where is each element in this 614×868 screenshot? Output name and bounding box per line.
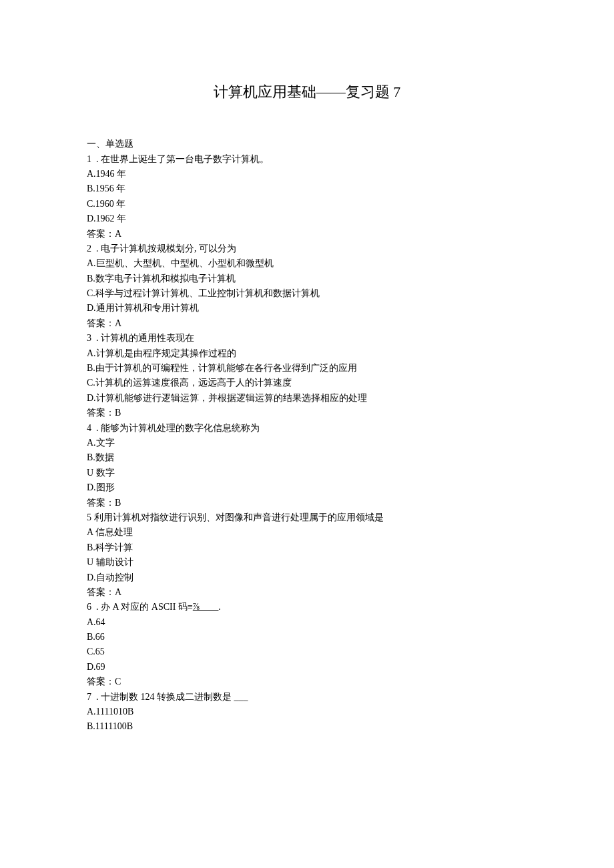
option-c: U 数字 (87, 466, 527, 480)
question-stem: 1 . 在世界上诞生了第一台电子数字计算机。 (87, 152, 527, 167)
answer: 答案：B (87, 406, 527, 420)
page-title: 计算机应用基础——复习题 7 (87, 80, 527, 103)
option-a: A.计算机是由程序规定其操作过程的 (87, 346, 527, 361)
question-stem: 3 . 计算机的通用性表现在 (87, 331, 527, 346)
blank-underline: ⅞____ (193, 602, 219, 612)
option-c: C.计算机的运算速度很高，远远高于人的计算速度 (87, 376, 527, 390)
question-4: 4 . 能够为计算机处理的数字化信息统称为 A.文字 B.数据 U 数字 D.图… (87, 421, 527, 510)
option-d: D.计算机能够进行逻辑运算，并根据逻辑运算的结果选择相应的处理 (87, 391, 527, 406)
option-b: B.科学计算 (87, 540, 527, 555)
option-d: D.1962 年 (87, 211, 527, 226)
option-b: B.数字电子计算机和模拟电子计算机 (87, 272, 527, 286)
question-stem: 5 利用计算机对指纹进行识别、对图像和声音进行处理属于的应用领域是 (87, 510, 527, 525)
option-a: A.1946 年 (87, 167, 527, 181)
option-b: B.数据 (87, 450, 527, 465)
question-3: 3 . 计算机的通用性表现在 A.计算机是由程序规定其操作过程的 B.由于计算机… (87, 331, 527, 420)
option-b: B.66 (87, 630, 527, 644)
question-5: 5 利用计算机对指纹进行识别、对图像和声音进行处理属于的应用领域是 A 信息处理… (87, 510, 527, 600)
option-d: D.69 (87, 660, 527, 675)
option-d: D.通用计算机和专用计算机 (87, 301, 527, 316)
question-7: 7 . 十进制数 124 转换成二进制数是 ___ A.1111010B B.1… (87, 690, 527, 735)
option-d: D.自动控制 (87, 570, 527, 585)
option-b: B.由于计算机的可编程性，计算机能够在各行各业得到广泛的应用 (87, 361, 527, 376)
option-a: A.巨型机、大型机、中型机、小型机和微型机 (87, 256, 527, 271)
question-stem: 2 . 电子计算机按规模划分, 可以分为 (87, 242, 527, 256)
option-b: B.1956 年 (87, 181, 527, 196)
answer: 答案：B (87, 496, 527, 510)
option-c: C.65 (87, 644, 527, 659)
option-c: C.1960 年 (87, 197, 527, 211)
option-a: A.64 (87, 615, 527, 630)
answer: 答案：A (87, 227, 527, 242)
option-a: A 信息处理 (87, 525, 527, 540)
option-c: C.科学与过程计算计算机、工业控制计算机和数据计算机 (87, 286, 527, 301)
option-b: B.1111100B (87, 719, 527, 734)
section-header: 一、单选题 (87, 137, 527, 151)
answer: 答案：A (87, 585, 527, 600)
question-stem: 4 . 能够为计算机处理的数字化信息统称为 (87, 421, 527, 436)
question-2: 2 . 电子计算机按规模划分, 可以分为 A.巨型机、大型机、中型机、小型机和微… (87, 242, 527, 331)
question-stem: 6 . 办 A 对应的 ASCII 码≡⅞____. (87, 600, 527, 614)
answer: 答案：A (87, 316, 527, 331)
option-d: D.图形 (87, 480, 527, 495)
option-c: U 辅助设计 (87, 555, 527, 570)
question-1: 1 . 在世界上诞生了第一台电子数字计算机。 A.1946 年 B.1956 年… (87, 152, 527, 242)
option-a: A.文字 (87, 436, 527, 450)
answer: 答案：C (87, 675, 527, 689)
question-6: 6 . 办 A 对应的 ASCII 码≡⅞____. A.64 B.66 C.6… (87, 600, 527, 689)
option-a: A.1111010B (87, 705, 527, 719)
question-stem: 7 . 十进制数 124 转换成二进制数是 ___ (87, 690, 527, 705)
